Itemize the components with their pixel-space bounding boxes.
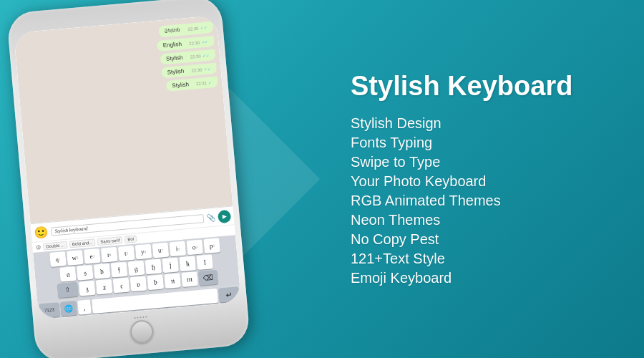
emoji-icon[interactable]: 🙂 [34, 225, 49, 240]
phone-mockup: 𝔖𝔱𝔶𝔩𝔦𝔰𝔥 22:30 ✓✓ English 22:30 ✓✓ Stylis… [6, 0, 251, 358]
bubble-time: 22:30 [187, 26, 198, 32]
bubble-time: 22:30 [191, 67, 202, 72]
bubble-text: 𝔖𝔱𝔶𝔩𝔦𝔰𝔥 [164, 26, 181, 34]
phone-section: 𝔖𝔱𝔶𝔩𝔦𝔰𝔥 22:30 ✓✓ English 22:30 ✓✓ Stylis… [0, 0, 329, 358]
attach-icon[interactable]: 📎 [206, 213, 215, 222]
font-option-3[interactable]: Sans-serif [97, 236, 123, 246]
key-d[interactable]: 𝔡 [94, 263, 111, 279]
key-r[interactable]: r4 [101, 247, 118, 263]
feature-item-rgb-themes: RGB Animated Themes [351, 193, 623, 209]
bubble-ticks: ✓✓ [203, 53, 210, 58]
chat-bubble-5: Stylish 22:31 ✓ [166, 77, 218, 92]
key-u[interactable]: u7 [152, 243, 170, 258]
bubble-text: Stylish [167, 68, 184, 76]
key-p[interactable]: p0 [203, 238, 220, 253]
font-option-4[interactable]: Bol [125, 235, 137, 243]
key-k[interactable]: 𝔨 [179, 256, 196, 271]
key-z[interactable]: 𝔷 [79, 281, 96, 296]
bubble-ticks: ✓✓ [203, 67, 210, 72]
comma-key[interactable]: , [77, 299, 92, 314]
key-j[interactable]: 𝔧 [162, 257, 179, 273]
key-x[interactable]: 𝔵 [96, 279, 113, 295]
feature-item-no-copy-pest: No Copy Pest [351, 231, 623, 248]
numbers-key[interactable]: ?123 [39, 302, 60, 318]
bubble-ticks: ✓✓ [200, 26, 207, 31]
key-q[interactable]: q1 [49, 251, 67, 267]
chat-area: 𝔖𝔱𝔶𝔩𝔦𝔰𝔥 22:30 ✓✓ English 22:30 ✓✓ Stylis… [14, 15, 233, 223]
bubble-time: 22:30 [189, 41, 200, 46]
chat-bubble-2: English 22:30 ✓✓ [157, 36, 215, 52]
send-button[interactable]: ▶ [218, 209, 232, 223]
globe-key[interactable]: 🌐 [60, 301, 77, 316]
feature-item-stylish-design: Stylish Design [351, 115, 623, 132]
feature-list: Stylish DesignFonts TypingSwipe to TypeY… [351, 115, 623, 286]
enter-key[interactable]: ↵ [218, 286, 240, 302]
settings-icon[interactable]: ⚙ [35, 243, 42, 251]
key-h[interactable]: 𝔥 [145, 259, 162, 275]
key-w[interactable]: w2 [67, 250, 84, 266]
key-a[interactable]: 𝔞 [59, 266, 77, 282]
font-option-1[interactable]: Double ... [43, 241, 67, 251]
bubble-time: 22:30 [190, 54, 201, 59]
font-option-2[interactable]: Bold and... [69, 238, 95, 248]
key-e[interactable]: e3 [84, 248, 101, 264]
bubble-time: 22:31 [196, 81, 207, 86]
key-f[interactable]: 𝔣 [111, 262, 128, 278]
phone-screen: 𝔖𝔱𝔶𝔩𝔦𝔰𝔥 22:30 ✓✓ English 22:30 ✓✓ Stylis… [14, 15, 241, 319]
chat-bubble-1: 𝔖𝔱𝔶𝔩𝔦𝔰𝔥 22:30 ✓✓ [158, 21, 214, 38]
bubble-ticks: ✓✓ [201, 40, 208, 45]
home-button[interactable] [130, 319, 155, 344]
bubble-text: Stylish [172, 81, 189, 89]
screen-content: 𝔖𝔱𝔶𝔩𝔦𝔰𝔥 22:30 ✓✓ English 22:30 ✓✓ Stylis… [14, 15, 241, 319]
feature-item-fonts-typing: Fonts Typing [351, 135, 623, 151]
feature-item-emoji-keyboard: Emoji Keyboard [351, 270, 623, 286]
key-c[interactable]: 𝔠 [113, 278, 130, 294]
chat-bubble-4: Stylish 22:30 ✓✓ [161, 63, 217, 79]
chat-bubble-3: Stylish 22:30 ✓✓ [160, 49, 215, 65]
feature-item-photo-keyboard: Your Photo Keyboard [351, 173, 623, 190]
key-v[interactable]: 𝔳 [130, 276, 147, 291]
feature-item-swipe-to-type: Swipe to Type [351, 154, 623, 170]
bubble-ticks: ✓ [208, 80, 213, 84]
bubble-text: Stylish [166, 54, 183, 62]
key-b[interactable]: 𝔟 [147, 274, 164, 290]
key-s[interactable]: 𝔰 [77, 265, 94, 281]
bubble-text: English [162, 41, 182, 49]
key-l[interactable]: 𝔩 [196, 254, 213, 270]
feature-item-neon-themes: Neon Themes [351, 212, 623, 228]
key-y[interactable]: y6 [135, 244, 152, 260]
key-o[interactable]: o9 [186, 239, 203, 255]
key-m[interactable]: 𝔪 [181, 271, 198, 287]
feature-item-text-style: 121+Text Style [351, 251, 623, 267]
delete-key[interactable]: ⌫ [198, 270, 218, 286]
key-g[interactable]: 𝔤 [128, 261, 145, 276]
key-t[interactable]: t5 [118, 246, 135, 261]
key-n[interactable]: 𝔫 [164, 273, 181, 289]
speaker-grill [134, 316, 147, 319]
features-section: Stylish Keyboard Stylish DesignFonts Typ… [329, 57, 644, 301]
app-title: Stylish Keyboard [351, 72, 623, 102]
key-i[interactable]: i8 [169, 241, 186, 256]
shift-key[interactable]: ⇧ [57, 282, 79, 298]
